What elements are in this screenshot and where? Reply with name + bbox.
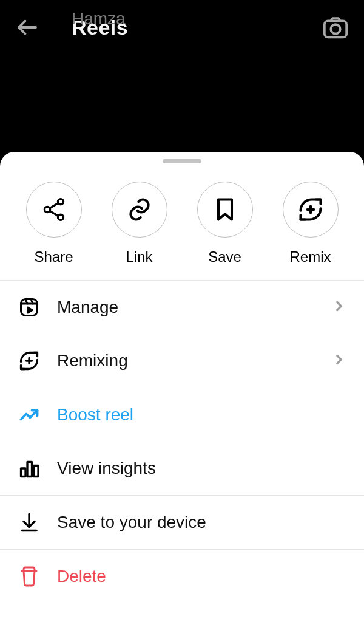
- camera-button[interactable]: [322, 13, 349, 41]
- svg-rect-14: [21, 468, 26, 477]
- share-label: Share: [34, 248, 73, 265]
- link-action[interactable]: Link: [112, 182, 167, 265]
- svg-rect-16: [34, 466, 39, 477]
- link-label: Link: [126, 248, 152, 265]
- remix-icon: [283, 182, 339, 238]
- manage-label: Manage: [57, 298, 315, 317]
- chevron-right-icon: [331, 352, 347, 370]
- view-insights-label: View insights: [57, 459, 347, 478]
- svg-line-6: [50, 203, 58, 208]
- delete-item[interactable]: Delete: [0, 550, 364, 603]
- remixing-icon: [17, 350, 41, 372]
- manage-item[interactable]: Manage: [0, 281, 364, 334]
- remix-label: Remix: [289, 248, 331, 265]
- link-icon: [112, 182, 167, 238]
- save-action[interactable]: Save: [197, 182, 253, 265]
- app-header: Hamza Reels: [0, 0, 364, 55]
- save-label: Save: [208, 248, 241, 265]
- back-button[interactable]: [15, 15, 40, 40]
- header-subtitle: Hamza: [72, 9, 126, 29]
- bar-chart-icon: [17, 457, 41, 479]
- svg-point-2: [331, 24, 340, 33]
- quick-actions-row: Share Link Save Remix: [0, 176, 364, 280]
- share-action[interactable]: Share: [26, 182, 82, 265]
- download-icon: [17, 511, 41, 533]
- drag-handle[interactable]: [163, 159, 201, 163]
- svg-line-7: [50, 211, 58, 216]
- save-device-label: Save to your device: [57, 513, 347, 532]
- delete-label: Delete: [57, 567, 347, 586]
- view-insights-item[interactable]: View insights: [0, 442, 364, 495]
- svg-rect-15: [27, 462, 32, 477]
- trash-icon: [17, 566, 41, 587]
- trending-up-icon: [17, 404, 41, 426]
- share-icon: [26, 182, 82, 238]
- boost-reel-label: Boost reel: [57, 405, 347, 425]
- boost-reel-item[interactable]: Boost reel: [0, 388, 364, 442]
- bottom-sheet: Share Link Save Remix Manage: [0, 152, 364, 622]
- remix-action[interactable]: Remix: [283, 182, 339, 265]
- save-device-item[interactable]: Save to your device: [0, 496, 364, 549]
- bookmark-icon: [197, 182, 253, 238]
- chevron-right-icon: [331, 298, 347, 316]
- svg-marker-11: [28, 307, 33, 313]
- manage-icon: [17, 296, 41, 318]
- remixing-item[interactable]: Remixing: [0, 334, 364, 388]
- remixing-label: Remixing: [57, 351, 315, 371]
